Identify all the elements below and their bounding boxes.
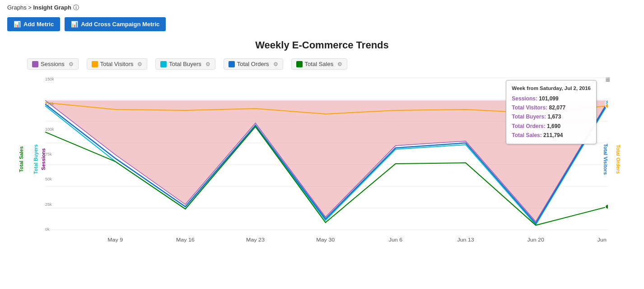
svg-text:May 23: May 23 <box>246 237 265 242</box>
add-metric-button[interactable]: 📊 Add Metric <box>7 17 60 31</box>
breadcrumb-separator: > <box>27 4 33 11</box>
svg-text:May 16: May 16 <box>176 237 195 242</box>
breadcrumb-insight: Insight Graph <box>33 4 71 11</box>
add-metric-label: Add Metric <box>23 21 54 28</box>
tooltip-orders: Total Orders: 1,690 <box>512 122 591 131</box>
svg-text:Jun 13: Jun 13 <box>457 237 474 242</box>
breadcrumb: Graphs > Insight Graph ⓘ <box>7 4 637 12</box>
svg-text:Jun 20: Jun 20 <box>527 237 545 242</box>
tooltip-visitors-label: Total Visitors: <box>512 104 547 111</box>
tooltip-sales-label: Total Sales: <box>512 132 541 138</box>
add-cross-campaign-button[interactable]: 📊 Add Cross Campaign Metric <box>65 17 166 31</box>
chart-container: Total Sales Total Buyers Sessions Total … <box>5 73 639 245</box>
tooltip-buyers-label: Total Buyers: <box>512 114 546 120</box>
svg-text:May 30: May 30 <box>316 237 335 242</box>
legend: Sessions⚙Total Visitors⚙Total Buyers⚙Tot… <box>0 55 644 73</box>
axis-label-total-sales: Total Sales <box>19 146 24 172</box>
axis-label-total-buyers: Total Buyers <box>33 144 38 174</box>
add-cross-label: Add Cross Campaign Metric <box>81 21 159 28</box>
tooltip-sales-value: 211,794 <box>543 132 563 138</box>
info-icon: ⓘ <box>73 4 79 11</box>
chart-tooltip: Week from Saturday, Jul 2, 2016 Sessions… <box>506 80 597 144</box>
add-cross-icon: 📊 <box>71 21 78 28</box>
chart-title: Weekly E-Commerce Trends <box>0 35 644 55</box>
legend-item-sessions[interactable]: Sessions⚙ <box>27 58 79 70</box>
tooltip-buyers-value: 1,673 <box>547 114 561 120</box>
svg-text:Jun 6: Jun 6 <box>389 237 403 242</box>
add-metric-icon: 📊 <box>14 21 21 28</box>
tooltip-orders-value: 1,690 <box>547 123 560 129</box>
legend-item-total-orders[interactable]: Total Orders⚙ <box>224 58 283 70</box>
tooltip-sales: Total Sales: 211,794 <box>512 131 591 140</box>
tooltip-buyers: Total Buyers: 1,673 <box>512 112 591 121</box>
y-axis-left-sessions: 150k 125k 100k 75k 50k 25k 0k <box>45 73 59 245</box>
tooltip-sessions-label: Sessions: <box>512 95 537 102</box>
svg-text:Jun 27: Jun 27 <box>597 237 608 242</box>
tooltip-sessions: Sessions: 101,099 <box>512 94 591 103</box>
tooltip-visitors-value: 82,077 <box>549 104 566 111</box>
breadcrumb-graphs: Graphs <box>7 4 27 11</box>
svg-point-12 <box>605 104 608 108</box>
tooltip-title: Week from Saturday, Jul 2, 2016 <box>512 84 591 93</box>
tooltip-visitors: Total Visitors: 82,077 <box>512 103 591 112</box>
legend-item-total-sales[interactable]: Total Sales⚙ <box>291 58 348 70</box>
header: Graphs > Insight Graph ⓘ <box>0 0 644 14</box>
toolbar: 📊 Add Metric 📊 Add Cross Campaign Metric <box>0 14 644 35</box>
axis-label-total-orders: Total Orders <box>616 145 621 174</box>
svg-point-13 <box>605 204 608 209</box>
legend-item-total-buyers[interactable]: Total Buyers⚙ <box>155 58 215 70</box>
tooltip-sessions-value: 101,099 <box>539 95 558 102</box>
legend-item-total-visitors[interactable]: Total Visitors⚙ <box>87 58 147 70</box>
tooltip-orders-label: Total Orders: <box>512 123 545 129</box>
svg-text:May 9: May 9 <box>107 237 123 242</box>
